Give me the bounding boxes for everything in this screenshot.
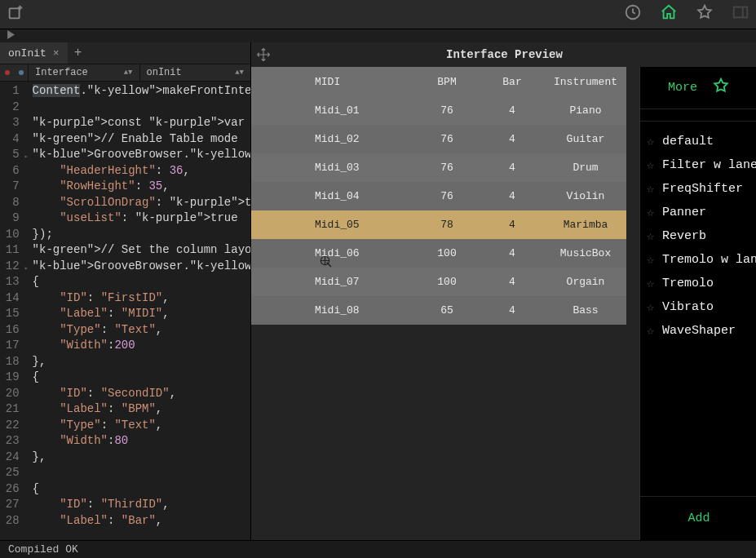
- tab-add-button[interactable]: +: [68, 42, 89, 64]
- cell-instrument: MusicBox: [545, 247, 626, 259]
- play-icon[interactable]: [7, 29, 15, 43]
- col-bar: Bar: [480, 76, 545, 88]
- line-gutter: 12345▸6789101112▸13141516171819202122232…: [0, 82, 24, 540]
- cell-midi: Midi_02: [251, 133, 414, 145]
- code-editor[interactable]: 12345▸6789101112▸13141516171819202122232…: [0, 82, 250, 540]
- table-row[interactable]: Midi_03764Drum: [251, 153, 626, 182]
- chevron-down-icon: ▲▼: [235, 69, 244, 77]
- table-row[interactable]: Midi_05784Marimba: [251, 210, 626, 239]
- add-preset-button[interactable]: Add: [640, 496, 756, 540]
- cell-bpm: 78: [414, 219, 480, 231]
- star-icon[interactable]: ☆: [647, 134, 654, 149]
- cell-midi: Midi_05: [251, 219, 414, 231]
- more-button[interactable]: More: [668, 81, 697, 95]
- cell-instrument: Drum: [545, 162, 626, 174]
- preset-item[interactable]: ☆default: [640, 130, 756, 153]
- col-midi: MIDI: [251, 76, 414, 88]
- tab-oninit[interactable]: onInit ×: [0, 42, 68, 64]
- preset-item[interactable]: ☆Tremolo: [640, 272, 756, 295]
- interface-preview-pane: Interface Preview MIDI BPM Bar Instrumen…: [251, 42, 756, 540]
- cell-midi: Midi_08: [251, 304, 414, 317]
- favorite-icon[interactable]: [696, 3, 714, 25]
- play-bar: [0, 29, 756, 42]
- chevron-down-icon: ▲▼: [124, 69, 133, 77]
- cell-bpm: 76: [414, 133, 480, 145]
- cell-bpm: 65: [414, 304, 480, 317]
- cell-bar: 4: [480, 133, 545, 145]
- col-bpm: BPM: [414, 76, 480, 88]
- status-bar: Compiled OK: [0, 540, 756, 558]
- star-icon[interactable]: ☆: [647, 252, 654, 268]
- table-row[interactable]: Midi_061004MusicBox: [251, 239, 626, 268]
- star-icon[interactable]: ☆: [647, 205, 654, 220]
- preview-title: Interface Preview: [446, 48, 563, 61]
- cell-instrument: Bass: [545, 304, 626, 317]
- col-instrument: Instrument: [545, 76, 626, 88]
- gutter-markers: [0, 64, 28, 81]
- preset-item[interactable]: ☆FreqShifter: [640, 177, 756, 201]
- cell-bpm: 76: [414, 104, 480, 117]
- cell-midi: Midi_01: [251, 104, 414, 117]
- star-icon[interactable]: ☆: [647, 299, 654, 315]
- code-editor-pane: onInit × + Interface▲▼ onInit▲▼ 12345▸67…: [0, 42, 251, 540]
- preset-item[interactable]: ☆Panner: [640, 201, 756, 224]
- table-row[interactable]: Midi_071004Orgain: [251, 268, 626, 296]
- svg-rect-0: [10, 8, 20, 18]
- table-row[interactable]: Midi_01764Piano: [251, 96, 626, 125]
- cell-instrument: Guitar: [545, 133, 626, 145]
- table-row[interactable]: Midi_08654Bass: [251, 296, 626, 325]
- preset-item[interactable]: ☆Vibrato: [640, 295, 756, 319]
- namespace-select[interactable]: Interface▲▼: [28, 64, 139, 81]
- tab-label: onInit: [8, 47, 46, 60]
- cell-bar: 4: [480, 219, 545, 231]
- cell-instrument: Marimba: [545, 219, 626, 231]
- preset-item[interactable]: ☆Filter w lane: [640, 153, 756, 177]
- star-icon[interactable]: ☆: [647, 181, 654, 197]
- home-icon[interactable]: [660, 3, 678, 25]
- preset-item[interactable]: ☆Tremolo w lan: [640, 248, 756, 272]
- close-icon[interactable]: ×: [53, 47, 60, 60]
- cell-bar: 4: [480, 162, 545, 174]
- cell-bar: 4: [480, 276, 545, 288]
- cell-instrument: Orgain: [545, 276, 626, 288]
- cell-bar: 4: [480, 247, 545, 259]
- cell-bpm: 76: [414, 162, 480, 174]
- preset-item[interactable]: ☆Reverb: [640, 224, 756, 248]
- top-toolbar: [0, 0, 756, 29]
- status-text: Compiled OK: [8, 543, 78, 556]
- cell-bpm: 100: [414, 276, 480, 288]
- star-icon[interactable]: ☆: [647, 276, 654, 291]
- cell-midi: Midi_07: [251, 276, 414, 288]
- star-icon[interactable]: ☆: [647, 228, 654, 244]
- cell-midi: Midi_04: [251, 190, 414, 202]
- groove-table: MIDI BPM Bar Instrument Midi_01764PianoM…: [251, 67, 626, 540]
- cell-bar: 4: [480, 190, 545, 202]
- table-row[interactable]: Midi_04764Violin: [251, 182, 626, 210]
- cell-midi: Midi_03: [251, 162, 414, 174]
- cell-bpm: 76: [414, 190, 480, 202]
- star-outline-icon[interactable]: [712, 77, 730, 99]
- cell-bpm: 100: [414, 247, 480, 259]
- panel-icon[interactable]: [732, 3, 749, 25]
- table-row[interactable]: Midi_02764Guitar: [251, 125, 626, 153]
- move-icon[interactable]: [256, 47, 271, 65]
- cell-bar: 4: [480, 304, 545, 317]
- cell-bar: 4: [480, 104, 545, 117]
- editor-tabs: onInit × +: [0, 42, 250, 64]
- cell-instrument: Piano: [545, 104, 626, 117]
- table-header: MIDI BPM Bar Instrument: [251, 67, 626, 96]
- star-icon[interactable]: ☆: [647, 323, 654, 339]
- callback-select[interactable]: onInit▲▼: [139, 64, 251, 81]
- preset-panel: More ☆default☆Filter w lane☆FreqShifter☆…: [639, 67, 756, 540]
- cell-midi: Midi_06: [251, 247, 414, 259]
- preset-item[interactable]: ☆WaveShaper: [640, 319, 756, 343]
- history-icon[interactable]: [624, 3, 642, 25]
- star-icon[interactable]: ☆: [647, 157, 654, 173]
- svg-rect-2: [734, 7, 748, 18]
- cell-instrument: Violin: [545, 190, 626, 202]
- new-window-icon[interactable]: [7, 3, 24, 25]
